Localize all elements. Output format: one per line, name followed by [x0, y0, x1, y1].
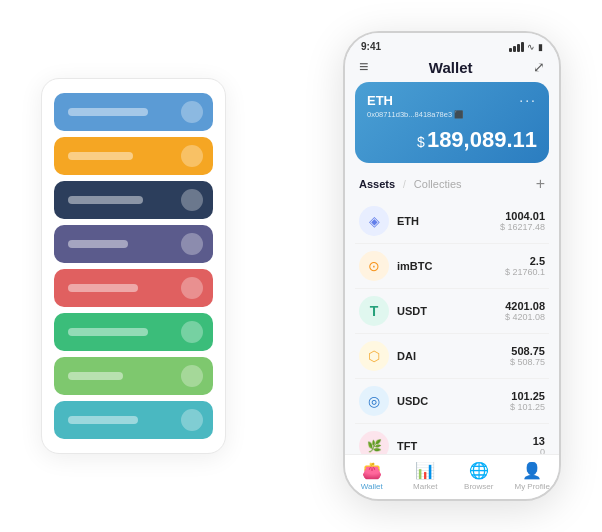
card-item[interactable] [54, 357, 213, 395]
card-label [68, 328, 148, 336]
asset-row-dai[interactable]: ⬡ DAI 508.75 $ 508.75 [355, 334, 549, 379]
wallet-nav-label: Wallet [361, 482, 383, 491]
card-label [68, 196, 143, 204]
asset-amount-tft: 13 [533, 435, 545, 447]
asset-amount-usdt: 4201.08 [505, 300, 545, 312]
asset-amounts-eth: 1004.01 $ 16217.48 [500, 210, 545, 232]
imbtc-icon: ⊙ [359, 251, 389, 281]
eth-card-address: 0x08711d3b...8418a78e3 ⬛ [367, 110, 537, 119]
asset-amount-imbtc: 2.5 [505, 255, 545, 267]
eth-card[interactable]: ETH ··· 0x08711d3b...8418a78e3 ⬛ $189,08… [355, 82, 549, 163]
phone: 9:41 ∿ ▮ ≡ Wallet ⤢ ETH ··· [343, 31, 561, 501]
nav-wallet[interactable]: 👛 Wallet [345, 461, 399, 491]
wifi-icon: ∿ [527, 42, 535, 52]
card-item[interactable] [54, 313, 213, 351]
status-bar: 9:41 ∿ ▮ [345, 33, 559, 56]
card-icon [181, 233, 203, 255]
browser-nav-icon: 🌐 [469, 461, 489, 480]
card-stack [41, 78, 226, 454]
card-label [68, 284, 138, 292]
asset-amounts-dai: 508.75 $ 508.75 [510, 345, 545, 367]
asset-row-usdc[interactable]: ◎ USDC 101.25 $ 101.25 [355, 379, 549, 424]
nav-market[interactable]: 📊 Market [399, 461, 453, 491]
eth-card-name: ETH [367, 93, 393, 108]
market-nav-label: Market [413, 482, 437, 491]
card-icon [181, 101, 203, 123]
asset-row-imbtc[interactable]: ⊙ imBTC 2.5 $ 21760.1 [355, 244, 549, 289]
market-nav-icon: 📊 [415, 461, 435, 480]
status-icons: ∿ ▮ [509, 42, 543, 52]
asset-name-usdt: USDT [397, 305, 505, 317]
menu-icon[interactable]: ≡ [359, 58, 368, 76]
tab-collecties[interactable]: Collecties [414, 178, 462, 190]
asset-amounts-usdc: 101.25 $ 101.25 [510, 390, 545, 412]
card-item[interactable] [54, 401, 213, 439]
card-item[interactable] [54, 269, 213, 307]
card-label [68, 372, 123, 380]
eth-card-top: ETH ··· [367, 92, 537, 108]
card-item[interactable] [54, 181, 213, 219]
card-icon [181, 145, 203, 167]
asset-amount-usdc: 101.25 [510, 390, 545, 402]
card-label [68, 240, 128, 248]
status-time: 9:41 [361, 41, 381, 52]
tab-assets[interactable]: Assets [359, 178, 395, 190]
asset-amount-eth: 1004.01 [500, 210, 545, 222]
page-title: Wallet [429, 59, 473, 76]
card-label [68, 416, 138, 424]
dai-icon: ⬡ [359, 341, 389, 371]
asset-name-dai: DAI [397, 350, 510, 362]
bottom-nav: 👛 Wallet 📊 Market 🌐 Browser 👤 My Profile [345, 454, 559, 499]
asset-usd-dai: $ 508.75 [510, 357, 545, 367]
signal-icon [509, 42, 524, 52]
usdc-icon: ◎ [359, 386, 389, 416]
dollar-sign: $ [417, 134, 425, 150]
card-item[interactable] [54, 225, 213, 263]
asset-amounts-tft: 13 0 [533, 435, 545, 454]
card-icon [181, 277, 203, 299]
card-label [68, 108, 148, 116]
asset-name-imbtc: imBTC [397, 260, 505, 272]
browser-nav-label: Browser [464, 482, 493, 491]
wallet-nav-icon: 👛 [362, 461, 382, 480]
asset-list: ◈ ETH 1004.01 $ 16217.48 ⊙ imBTC 2.5 $ 2… [345, 199, 559, 454]
tab-separator: / [403, 179, 406, 190]
card-item[interactable] [54, 93, 213, 131]
asset-usd-tft: 0 [533, 447, 545, 454]
asset-usd-eth: $ 16217.48 [500, 222, 545, 232]
asset-name-eth: ETH [397, 215, 500, 227]
eth-icon: ◈ [359, 206, 389, 236]
asset-usd-usdc: $ 101.25 [510, 402, 545, 412]
card-icon [181, 321, 203, 343]
assets-tabs: Assets / Collecties [359, 178, 462, 190]
card-icon [181, 189, 203, 211]
card-icon [181, 409, 203, 431]
nav-profile[interactable]: 👤 My Profile [506, 461, 560, 491]
asset-amounts-usdt: 4201.08 $ 4201.08 [505, 300, 545, 322]
asset-amount-dai: 508.75 [510, 345, 545, 357]
profile-nav-label: My Profile [514, 482, 550, 491]
phone-header: ≡ Wallet ⤢ [345, 56, 559, 82]
asset-amounts-imbtc: 2.5 $ 21760.1 [505, 255, 545, 277]
asset-row-tft[interactable]: 🌿 TFT 13 0 [355, 424, 549, 454]
asset-row-usdt[interactable]: T USDT 4201.08 $ 4201.08 [355, 289, 549, 334]
eth-card-balance: $189,089.11 [367, 127, 537, 153]
usdt-icon: T [359, 296, 389, 326]
asset-name-tft: TFT [397, 440, 533, 452]
scene: 9:41 ∿ ▮ ≡ Wallet ⤢ ETH ··· [11, 11, 591, 521]
eth-card-menu[interactable]: ··· [519, 92, 537, 108]
asset-usd-usdt: $ 4201.08 [505, 312, 545, 322]
assets-header: Assets / Collecties + [345, 171, 559, 199]
profile-nav-icon: 👤 [522, 461, 542, 480]
asset-name-usdc: USDC [397, 395, 510, 407]
asset-usd-imbtc: $ 21760.1 [505, 267, 545, 277]
nav-browser[interactable]: 🌐 Browser [452, 461, 506, 491]
asset-row-eth[interactable]: ◈ ETH 1004.01 $ 16217.48 [355, 199, 549, 244]
expand-icon[interactable]: ⤢ [533, 59, 545, 75]
tft-icon: 🌿 [359, 431, 389, 454]
card-item[interactable] [54, 137, 213, 175]
battery-icon: ▮ [538, 42, 543, 52]
add-asset-button[interactable]: + [536, 175, 545, 193]
card-label [68, 152, 133, 160]
card-icon [181, 365, 203, 387]
